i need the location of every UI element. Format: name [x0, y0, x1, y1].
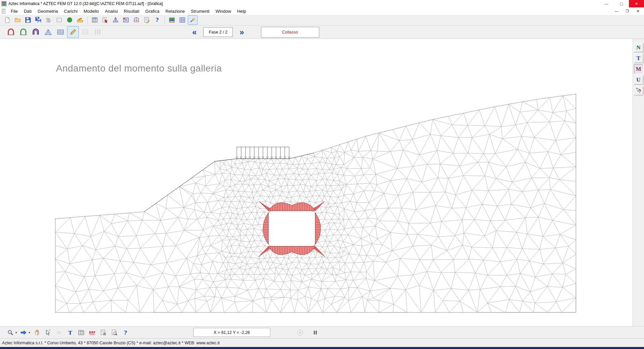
pan-arrow-button[interactable]: [18, 327, 29, 338]
table-tool-icon: [78, 329, 85, 336]
units-kgcm-icon: kgcm: [46, 17, 52, 23]
color-layers-button[interactable]: [167, 15, 177, 25]
menu-item-risultati[interactable]: Risultati: [121, 8, 142, 14]
report-editor-button[interactable]: [142, 15, 152, 25]
phase-toolbar: « Fase 2 / 2 » Collasso: [0, 26, 644, 39]
table-tool-button[interactable]: [76, 327, 86, 338]
menu-bar: FileDatiGeometriaCarichiModelloAnalisiRi…: [0, 7, 644, 15]
phase-tab-collasso[interactable]: Collasso: [261, 27, 319, 38]
hand-pan-button[interactable]: [32, 327, 42, 338]
menu-item-modello[interactable]: Modello: [80, 8, 102, 14]
dropdown-caret[interactable]: ▾: [15, 331, 17, 334]
play-button[interactable]: [295, 327, 305, 338]
menu-item-window[interactable]: Window: [213, 8, 234, 14]
svg-text:?: ?: [156, 17, 159, 23]
arch-green-button[interactable]: [17, 26, 29, 38]
arch-multi-button[interactable]: [30, 26, 42, 38]
grid-view-icon: [179, 17, 185, 23]
zoom-lens-button[interactable]: [5, 327, 15, 338]
help-button[interactable]: ?: [120, 327, 130, 338]
materials-globe-button[interactable]: [65, 15, 74, 25]
minimize-button[interactable]: —: [599, 0, 614, 7]
fem-model-button[interactable]: [121, 15, 131, 25]
svg-text:cm: cm: [47, 20, 50, 23]
text-tool-button[interactable]: T: [65, 327, 75, 338]
mdi-minimize-button[interactable]: —: [614, 9, 619, 13]
drawing-canvas[interactable]: [0, 39, 633, 326]
mesh-triangles-button[interactable]: [42, 26, 54, 38]
open-folder-button[interactable]: [13, 15, 22, 25]
sidebar-button-t[interactable]: T: [634, 54, 643, 63]
mdi-close-button[interactable]: ✕: [635, 9, 641, 13]
magic-wand-button[interactable]: [188, 15, 198, 25]
draw-pencil-button[interactable]: [67, 26, 79, 38]
pause-button[interactable]: [310, 327, 320, 338]
fem-results-button[interactable]: [131, 15, 141, 25]
menu-item-help[interactable]: Help: [234, 8, 249, 14]
zoom-lens-icon: [7, 329, 14, 336]
animation-controls: [294, 327, 321, 338]
mesh-triangles-icon: [44, 28, 52, 36]
materials-globe-icon: [66, 17, 73, 23]
menu-item-relazione[interactable]: Relazione: [162, 8, 188, 14]
pointer-select-icon: *: [45, 329, 51, 336]
sidebar-button-n[interactable]: N: [634, 43, 643, 52]
sidebar-button-u[interactable]: U: [634, 75, 643, 85]
page-settings-icon: [100, 329, 107, 336]
mdi-restore-button[interactable]: ❐: [625, 9, 630, 13]
menu-item-analisi[interactable]: Analisi: [102, 8, 121, 14]
analysis-run-button[interactable]: [100, 15, 110, 25]
report-editor-icon: [144, 17, 150, 23]
data-table-icon: [92, 17, 98, 23]
fem-mesh: [55, 94, 576, 312]
menu-item-geometria[interactable]: Geometria: [35, 8, 61, 14]
save-all-icon: [35, 17, 42, 23]
grid-view-button[interactable]: [177, 15, 187, 25]
cursor-help-button[interactable]: ?: [634, 86, 643, 95]
color-layers-icon: [169, 17, 175, 23]
help-button[interactable]: ?: [152, 15, 162, 25]
moment-lobe-right: [315, 213, 321, 244]
analysis-run-icon: [102, 17, 108, 23]
distributed-load: [236, 147, 290, 159]
menu-item-strumenti[interactable]: Strumenti: [188, 8, 213, 14]
print-preview-icon: [111, 329, 118, 336]
save-floppy-button[interactable]: [23, 15, 33, 25]
menu-item-grafica[interactable]: Grafica: [142, 8, 162, 14]
moment-lobe-top: [268, 203, 315, 211]
arch-red-button[interactable]: [5, 26, 17, 38]
units-kgcm-button[interactable]: kgcm: [44, 15, 54, 25]
pointer-select-button[interactable]: *: [43, 327, 53, 338]
section-draw-icon: [77, 17, 83, 23]
dropdown-caret[interactable]: ▾: [29, 331, 31, 334]
play-icon: [297, 329, 304, 336]
right-sidebar: NTMU?: [633, 39, 644, 326]
mesh-grid-button[interactable]: [55, 26, 66, 38]
save-all-button[interactable]: [34, 15, 43, 25]
frame-disabled-button[interactable]: [79, 26, 91, 38]
menu-item-carichi[interactable]: Carichi: [61, 8, 80, 14]
fem-mesh-button[interactable]: [111, 15, 120, 25]
data-table-button[interactable]: [90, 15, 100, 25]
phase-label: Fase 2 / 2: [203, 27, 233, 37]
arch-multi-icon: [32, 28, 40, 36]
phase-prev-button[interactable]: «: [190, 28, 199, 36]
columns-disabled-button[interactable]: [92, 26, 104, 38]
zoom-50-button[interactable]: 50: [54, 327, 64, 338]
phase-next-button[interactable]: »: [237, 28, 247, 36]
menu-item-file[interactable]: File: [8, 8, 21, 14]
close-button[interactable]: ✕: [629, 0, 644, 7]
section-draw-button[interactable]: [75, 15, 85, 25]
selection-rect-icon: [56, 17, 62, 23]
menu-item-dati[interactable]: Dati: [21, 8, 35, 14]
maximize-button[interactable]: ▢: [614, 0, 629, 7]
page-settings-button[interactable]: [98, 327, 108, 338]
help-icon: ?: [122, 329, 129, 336]
dxf-export-button[interactable]: DXF: [87, 327, 97, 338]
selection-rect-button[interactable]: [54, 15, 64, 25]
new-doc-button[interactable]: [2, 15, 12, 25]
toolbar-separator: [164, 16, 165, 24]
sidebar-button-m[interactable]: M: [634, 64, 643, 74]
fem-mesh-icon: [112, 17, 119, 23]
print-preview-button[interactable]: [109, 327, 119, 338]
